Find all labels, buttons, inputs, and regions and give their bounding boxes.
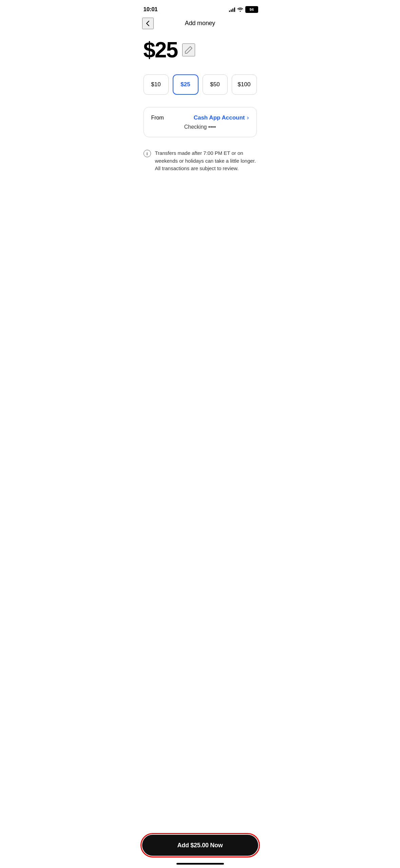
edit-amount-button[interactable]	[182, 43, 195, 56]
amount-btn-100[interactable]: $100	[232, 74, 257, 95]
status-bar: 10:01 94	[134, 0, 266, 17]
battery-icon: 94	[245, 6, 258, 13]
from-account-card[interactable]: From Cash App Account › Checking ••••	[144, 107, 257, 137]
account-sub-label: Checking ••••	[151, 124, 249, 130]
from-row: From Cash App Account ›	[151, 114, 249, 121]
amount-btn-10[interactable]: $10	[144, 74, 169, 95]
page-title: Add money	[185, 20, 215, 27]
amount-section: $25	[134, 32, 266, 64]
back-arrow-icon	[144, 20, 152, 27]
info-notice: i Transfers made after 7:00 PM ET or on …	[134, 143, 266, 179]
account-name: Cash App Account	[194, 114, 245, 121]
amount-buttons-group: $10 $25 $50 $100	[134, 64, 266, 102]
amount-display: $25	[144, 39, 178, 61]
back-button[interactable]	[142, 18, 154, 29]
info-icon: i	[144, 150, 151, 157]
account-name-group: Cash App Account ›	[194, 114, 249, 121]
signal-icon	[229, 7, 235, 12]
amount-btn-50[interactable]: $50	[203, 74, 228, 95]
chevron-right-icon: ›	[247, 114, 249, 121]
status-time: 10:01	[144, 6, 158, 13]
wifi-icon	[237, 7, 243, 12]
nav-header: Add money	[134, 17, 266, 32]
info-text: Transfers made after 7:00 PM ET or on we…	[155, 149, 257, 173]
pencil-icon	[184, 46, 193, 54]
amount-btn-25[interactable]: $25	[173, 74, 198, 95]
battery-container: 94	[245, 6, 258, 13]
status-icons: 94	[229, 6, 258, 13]
from-label: From	[151, 115, 164, 121]
